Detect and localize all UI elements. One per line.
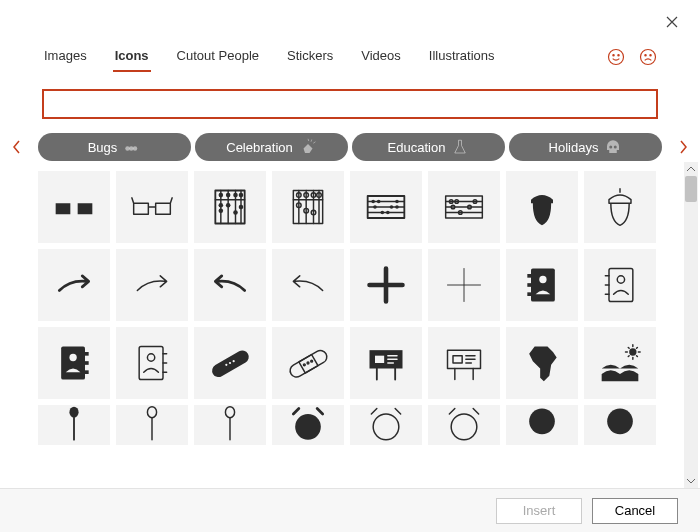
- search-input[interactable]: [42, 89, 658, 119]
- clap-icon: [299, 138, 317, 156]
- pin-icon: [130, 405, 174, 445]
- arrow-curve-left-icon: [208, 263, 252, 307]
- icon-tile[interactable]: [272, 327, 344, 399]
- category-label: Education: [388, 140, 446, 155]
- svg-rect-71: [61, 347, 85, 380]
- svg-line-112: [628, 356, 629, 357]
- icon-tile[interactable]: [38, 327, 110, 399]
- svg-point-8: [133, 146, 138, 151]
- address-book-icon: [130, 341, 174, 385]
- plus-icon: [442, 263, 486, 307]
- address-book-icon: [52, 341, 96, 385]
- close-button[interactable]: [654, 8, 690, 36]
- svg-point-24: [233, 210, 238, 215]
- icon-tile[interactable]: [272, 249, 344, 321]
- icon-tile[interactable]: [272, 405, 344, 445]
- icon-tile[interactable]: [506, 405, 578, 445]
- tab-icons[interactable]: Icons: [113, 42, 151, 71]
- icon-tile[interactable]: [116, 405, 188, 445]
- svg-point-87: [303, 364, 305, 366]
- address-book-icon: [598, 263, 642, 307]
- icon-tile[interactable]: [194, 405, 266, 445]
- media-tabs: Images Icons Cutout People Stickers Vide…: [42, 42, 606, 71]
- category-bugs[interactable]: Bugs: [38, 133, 191, 161]
- svg-point-121: [451, 414, 477, 440]
- icon-grid: [0, 161, 700, 477]
- icon-tile[interactable]: [428, 249, 500, 321]
- tab-images[interactable]: Images: [42, 42, 89, 71]
- insert-button[interactable]: Insert: [496, 498, 582, 524]
- category-education[interactable]: Education: [352, 133, 505, 161]
- category-label: Bugs: [88, 140, 118, 155]
- category-strip: Bugs Celebration Education Holidays: [30, 133, 670, 161]
- icon-tile[interactable]: [584, 171, 656, 243]
- icon-tile[interactable]: [38, 171, 110, 243]
- svg-point-5: [650, 54, 651, 55]
- tab-cutout-people[interactable]: Cutout People: [175, 42, 261, 71]
- svg-point-46: [373, 205, 377, 209]
- acorn-icon: [598, 185, 642, 229]
- svg-point-115: [147, 407, 156, 418]
- icon-tile[interactable]: [194, 249, 266, 321]
- svg-point-50: [386, 211, 390, 215]
- pin-icon: [208, 405, 252, 445]
- icon-tile[interactable]: [350, 171, 422, 243]
- icon-tile[interactable]: [584, 327, 656, 399]
- svg-point-70: [617, 276, 624, 283]
- svg-point-25: [239, 205, 244, 210]
- icon-tile[interactable]: [428, 171, 500, 243]
- scroll-up-icon: [686, 164, 696, 174]
- icon-tile[interactable]: [506, 249, 578, 321]
- icon-tile[interactable]: [506, 327, 578, 399]
- icon-tile[interactable]: [428, 405, 500, 445]
- svg-point-80: [147, 354, 154, 361]
- icon-tile[interactable]: [506, 171, 578, 243]
- icon-tile[interactable]: [272, 171, 344, 243]
- acorn-icon: [520, 185, 564, 229]
- svg-rect-64: [527, 292, 531, 296]
- arrow-curve-right-icon: [130, 263, 174, 307]
- svg-line-110: [637, 356, 638, 357]
- arrow-curve-right-icon: [52, 263, 96, 307]
- abacus-horizontal-icon: [442, 185, 486, 229]
- svg-point-44: [377, 200, 381, 204]
- svg-point-119: [295, 414, 321, 440]
- icon-tile[interactable]: [428, 327, 500, 399]
- alarm-clock-icon: [442, 405, 486, 445]
- category-celebration[interactable]: Celebration: [195, 133, 348, 161]
- icon-tile[interactable]: [350, 327, 422, 399]
- alarm-clock-icon: [286, 405, 330, 445]
- icon-tile[interactable]: [584, 249, 656, 321]
- svg-rect-73: [85, 361, 89, 365]
- grid-scrollbar[interactable]: [684, 162, 698, 488]
- blob-icon: [520, 405, 564, 445]
- tab-videos[interactable]: Videos: [359, 42, 403, 71]
- tab-illustrations[interactable]: Illustrations: [427, 42, 497, 71]
- address-book-icon: [520, 263, 564, 307]
- svg-point-88: [307, 362, 309, 364]
- svg-point-83: [229, 362, 231, 364]
- svg-rect-62: [527, 274, 531, 278]
- icon-tile[interactable]: [350, 405, 422, 445]
- icon-tile[interactable]: [116, 327, 188, 399]
- scrollbar-thumb[interactable]: [685, 176, 697, 202]
- categories-next-button[interactable]: [672, 140, 694, 154]
- categories-prev-button[interactable]: [6, 140, 28, 154]
- icon-tile[interactable]: [38, 405, 110, 445]
- icon-tile[interactable]: [350, 249, 422, 321]
- cancel-button[interactable]: Cancel: [592, 498, 678, 524]
- feedback-sad-button[interactable]: [638, 47, 658, 67]
- icon-tile[interactable]: [38, 249, 110, 321]
- icon-tile[interactable]: [194, 171, 266, 243]
- svg-rect-74: [85, 370, 89, 374]
- svg-point-47: [390, 205, 394, 209]
- icon-tile[interactable]: [116, 249, 188, 321]
- svg-point-0: [609, 49, 624, 64]
- icon-tile[interactable]: [194, 327, 266, 399]
- icon-tile[interactable]: [584, 405, 656, 445]
- feedback-happy-button[interactable]: [606, 47, 626, 67]
- icon-tile[interactable]: [116, 171, 188, 243]
- tab-stickers[interactable]: Stickers: [285, 42, 335, 71]
- svg-point-45: [395, 200, 399, 204]
- category-holidays[interactable]: Holidays: [509, 133, 662, 161]
